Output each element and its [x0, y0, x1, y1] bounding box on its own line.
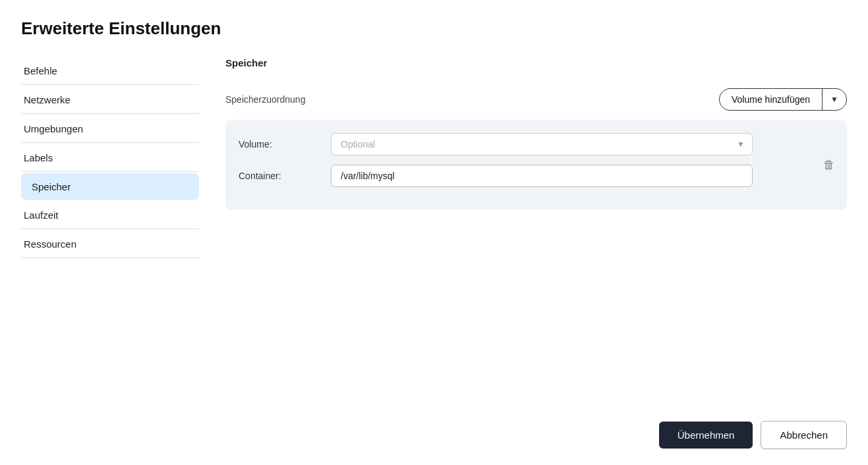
- delete-volume-button[interactable]: 🗑: [821, 155, 838, 175]
- volume-label: Volume:: [239, 139, 331, 150]
- sidebar-item-ressourcen[interactable]: Ressourcen: [21, 231, 199, 258]
- add-volume-button[interactable]: Volume hinzufügen ▼: [719, 88, 847, 111]
- volume-select[interactable]: Optional: [331, 133, 753, 155]
- content-area: Speicher Speicherzuordnung Volume hinzuf…: [212, 57, 847, 408]
- sidebar-item-laufzeit[interactable]: Laufzeit: [21, 202, 199, 229]
- apply-button[interactable]: Übernehmen: [659, 422, 753, 449]
- sidebar-item-labels[interactable]: Labels: [21, 144, 199, 172]
- container-input[interactable]: [331, 165, 753, 187]
- sidebar-item-befehle[interactable]: Befehle: [21, 57, 199, 85]
- add-volume-main-button[interactable]: Volume hinzufügen: [720, 89, 822, 110]
- container-row: Container:: [239, 165, 834, 187]
- volume-select-wrapper: Optional ▼: [331, 133, 753, 155]
- footer: Übernehmen Abbrechen: [21, 408, 847, 449]
- add-volume-arrow-button[interactable]: ▼: [823, 90, 846, 109]
- page-title: Erweiterte Einstellungen: [21, 18, 847, 39]
- cancel-button[interactable]: Abbrechen: [761, 421, 847, 449]
- volume-card: Volume: Optional ▼ Container: 🗑: [225, 120, 847, 209]
- sidebar-item-netzwerke[interactable]: Netzwerke: [21, 86, 199, 114]
- container-label: Container:: [239, 171, 331, 181]
- sidebar-item-speicher[interactable]: Speicher: [21, 173, 199, 200]
- trash-icon: 🗑: [823, 158, 835, 172]
- volume-row: Volume: Optional ▼: [239, 133, 834, 155]
- storage-label: Speicherzuordnung: [225, 94, 305, 105]
- sidebar: Befehle Netzwerke Umgebungen Labels Spei…: [21, 57, 212, 408]
- section-title: Speicher: [225, 57, 267, 68]
- sidebar-item-umgebungen[interactable]: Umgebungen: [21, 115, 199, 143]
